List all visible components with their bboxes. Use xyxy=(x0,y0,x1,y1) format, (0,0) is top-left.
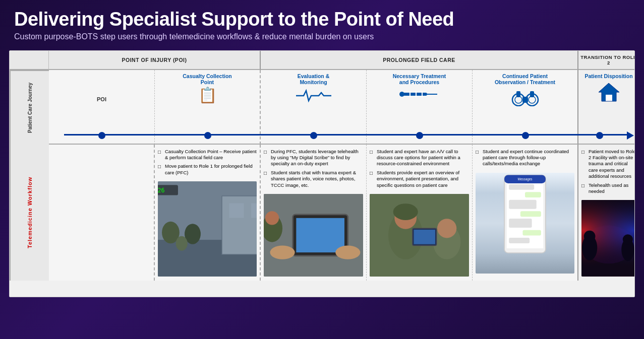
pfc-header-label: PROLONGED FIELD CARE xyxy=(383,57,455,63)
pfc-header: PROLONGED FIELD CARE xyxy=(261,51,578,70)
svg-rect-49 xyxy=(509,238,530,243)
obs-label: Continued PatientObservation / Treatment xyxy=(495,73,555,86)
svg-rect-12 xyxy=(530,91,534,97)
svg-rect-28 xyxy=(296,218,344,252)
ccp-bullet-1: Casualty Collection Point – Receive pati… xyxy=(158,149,257,161)
treat-photo xyxy=(370,194,469,277)
empty-header xyxy=(10,51,49,70)
svg-rect-11 xyxy=(516,91,520,97)
poi-header: POINT OF INJURY (POI) xyxy=(49,51,261,70)
journey-obs: Continued PatientObservation / Treatment xyxy=(473,70,578,145)
treat-label: Necessary Treatmentand Procedures xyxy=(393,73,446,86)
svg-rect-20 xyxy=(251,204,257,218)
tr2-header: TRANSITION TO ROLE 2 xyxy=(578,51,635,70)
svg-rect-45 xyxy=(509,199,537,209)
svg-rect-46 xyxy=(520,211,541,217)
ccp-photo: 0:31:26 xyxy=(158,181,257,277)
disp-icon xyxy=(598,82,620,102)
eval-label: Evaluation &Monitoring xyxy=(298,73,330,86)
eval-icon xyxy=(296,89,331,103)
workflow-eval: During PFC, students leverage telehealth… xyxy=(261,145,367,281)
ccp-icon: 📋 xyxy=(198,88,217,103)
journey-eval: Evaluation &Monitoring xyxy=(261,70,367,145)
page-subtitle: Custom purpose-BOTS step users through t… xyxy=(14,32,630,41)
svg-rect-44 xyxy=(525,192,541,197)
svg-point-10 xyxy=(529,96,536,103)
treat-bullet-1: Student and expert have an A/V call to d… xyxy=(370,149,469,167)
treat-bullet-2: Students provide expert an overview of e… xyxy=(370,170,469,188)
eval-bullets: During PFC, students leverage telehealth… xyxy=(264,149,363,191)
svg-rect-48 xyxy=(522,230,541,235)
workflow-disp: Patient moved to Role 2 Facility with on… xyxy=(578,145,635,281)
workflow-obs: Student and expert continue coordinated … xyxy=(473,145,578,281)
svg-point-23 xyxy=(176,236,188,251)
disp-photo xyxy=(581,200,635,277)
svg-point-36 xyxy=(393,204,418,220)
obs-icon xyxy=(511,89,539,106)
svg-rect-14 xyxy=(606,95,612,101)
ccp-bullet-2: Move patient to Role 1 for prolonged fie… xyxy=(158,163,257,176)
journey-ccp: Casualty CollectionPoint 📋 xyxy=(155,70,261,145)
treat-icon xyxy=(399,89,440,100)
disp-bullet-2: Telehealth used as needed xyxy=(581,182,635,195)
svg-point-57 xyxy=(584,231,596,242)
journey-poi: POI xyxy=(49,70,155,145)
svg-text:0:31:26: 0:31:26 xyxy=(158,187,164,194)
obs-bullet-1: Student and expert continue coordinated … xyxy=(476,149,574,167)
svg-point-2 xyxy=(399,92,404,97)
svg-rect-43 xyxy=(509,184,534,190)
obs-photo: Messages xyxy=(476,173,574,274)
eval-bullet-1: During PFC, students leverage telehealth… xyxy=(264,149,363,167)
svg-rect-40 xyxy=(414,230,435,244)
workflow-poi xyxy=(49,145,155,281)
svg-rect-4 xyxy=(416,91,417,97)
tr2-header-label: TRANSITION TO ROLE 2 xyxy=(578,53,635,66)
svg-rect-19 xyxy=(229,204,244,218)
treat-bullets: Student and expert have an A/V call to d… xyxy=(370,149,469,191)
disp-label: Patient Disposition xyxy=(584,73,632,80)
disp-bullets: Patient moved to Role 2 Facility with on… xyxy=(581,149,635,197)
ccp-label: Casualty CollectionPoint xyxy=(183,73,231,86)
journey-disp: Patient Disposition xyxy=(578,70,635,145)
side-label-journey: Patient Care Journey xyxy=(10,70,49,145)
svg-rect-47 xyxy=(509,219,532,228)
svg-rect-1 xyxy=(427,94,437,95)
ccp-bullets: Casualty Collection Point – Receive pati… xyxy=(158,149,257,178)
svg-text:Messages: Messages xyxy=(518,177,533,181)
main-table: POINT OF INJURY (POI) PROLONGED FIELD CA… xyxy=(9,50,635,297)
workflow-ccp: Casualty Collection Point – Receive pati… xyxy=(155,145,261,281)
obs-bullets: Student and expert continue coordinated … xyxy=(476,149,574,170)
journey-treat: Necessary Treatmentand Procedures xyxy=(367,70,473,145)
svg-point-9 xyxy=(515,96,522,103)
svg-rect-8 xyxy=(522,97,528,103)
eval-photo xyxy=(264,194,363,277)
svg-rect-3 xyxy=(409,91,411,97)
svg-point-30 xyxy=(335,245,360,259)
svg-point-38 xyxy=(437,219,456,238)
poi-label: POI xyxy=(97,96,106,102)
side-label-telemedicine: Telemedicine Workflow xyxy=(10,145,49,281)
workflow-treat: Student and expert have an A/V call to d… xyxy=(367,145,473,281)
svg-point-32 xyxy=(265,211,279,225)
eval-bullet-2: Student starts chat with trauma expert &… xyxy=(264,170,363,188)
svg-point-29 xyxy=(270,245,295,259)
page-title: Delivering Specialist Support to the Poi… xyxy=(14,9,630,30)
disp-bullet-1: Patient moved to Role 2 Facility with on… xyxy=(581,149,635,180)
poi-header-label: POINT OF INJURY (POI) xyxy=(122,57,187,63)
header: Delivering Specialist Support to the Poi… xyxy=(0,0,644,45)
svg-rect-0 xyxy=(402,93,427,96)
svg-rect-5 xyxy=(422,91,423,97)
svg-point-59 xyxy=(623,234,633,244)
